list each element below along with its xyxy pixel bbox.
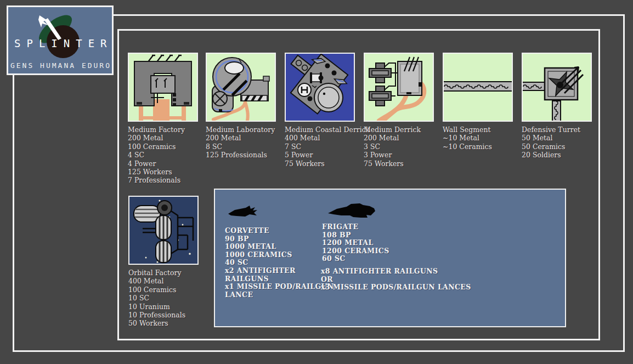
orbital-factory-card[interactable]: Orbital Factory 400 Metal 100 Ceramics 1… (128, 196, 216, 328)
wall-segment-card[interactable]: Wall Segment ~10 Metal ~10 Ceramics (443, 53, 530, 151)
ship-stat: 40 SC (225, 259, 334, 267)
building-cost: 8 SC (206, 143, 293, 151)
building-cost: 200 Metal (364, 134, 451, 142)
wall-segment-illustration (443, 53, 513, 122)
building-cost: 7 Professionals (128, 176, 216, 184)
building-info: Defensive Turret 50 Metal 50 Ceramics 20… (522, 126, 609, 160)
ship-weapon: OR (321, 276, 471, 284)
corvette-silhouette-icon (228, 205, 259, 219)
ship-stat: x2 ANTIFIGHTER (225, 267, 334, 275)
ship-stat: 1200 METAL (322, 239, 389, 247)
ship-stat: 90 BP (225, 235, 334, 243)
building-cost: 400 Metal (128, 277, 216, 285)
building-cost: 125 Professionals (206, 151, 293, 159)
logo: SPLINTER GENS HUMANA EDURO (7, 5, 114, 75)
building-info: Orbital Factory 400 Metal 100 Ceramics 1… (128, 269, 216, 328)
building-name: Medium Coastal Derrick (285, 126, 372, 134)
building-cost: 200 Metal (206, 134, 293, 142)
ship-weapon: x3 MISSILE PODS/RAILGUN LANCES (321, 283, 471, 292)
building-cost: ~10 Ceramics (443, 143, 530, 151)
building-cost: 4 SC (128, 151, 216, 159)
ship-name: FRIGATE (322, 223, 389, 231)
building-cost: 10 SC (128, 294, 216, 302)
building-cost: 100 Ceramics (128, 286, 216, 294)
building-cost: 7 SC (285, 143, 372, 151)
building-name: Wall Segment (443, 126, 530, 134)
building-name: Medium Laboratory (206, 126, 293, 134)
ship-stat: 108 BP (322, 231, 389, 240)
factory-image-icon (129, 54, 197, 121)
building-cost: 10 Professionals (128, 311, 216, 319)
frigate-info: FRIGATE 108 BP 1200 METAL 1200 CERAMICS … (322, 223, 389, 263)
building-info: Medium Laboratory 200 Metal 8 SC 125 Pro… (206, 126, 293, 160)
building-cost: 3 SC (364, 143, 451, 151)
ship-stat: 1000 METAL (225, 243, 334, 251)
building-cost: 50 Workers (128, 319, 216, 327)
ship-stat: 1000 CERAMICS (225, 251, 334, 259)
medium-factory-illustration (128, 53, 198, 122)
defensive-turret-illustration (522, 53, 592, 122)
building-info: Medium Derrick 200 Metal 3 SC 3 Power 75… (364, 126, 451, 168)
building-cost: 50 Ceramics (522, 143, 609, 151)
orbital-factory-illustration (128, 196, 199, 265)
medium-laboratory-card[interactable]: Medium Laboratory 200 Metal 8 SC 125 Pro… (206, 53, 293, 160)
medium-derrick-card[interactable]: Medium Derrick 200 Metal 3 SC 3 Power 75… (364, 53, 451, 168)
building-name: Orbital Factory (128, 269, 216, 277)
medium-laboratory-illustration (206, 53, 276, 122)
building-cost: ~10 Metal (443, 134, 530, 142)
laboratory-image-icon (207, 54, 275, 121)
ship-stat: RAILGUNS (225, 275, 334, 283)
coastal-derrick-image-icon (286, 54, 354, 121)
building-cost: 20 Soldiers (522, 151, 609, 159)
medium-factory-card[interactable]: Medium Factory 200 Metal 100 Ceramics 4 … (128, 53, 216, 185)
logo-title: SPLINTER (8, 37, 112, 49)
building-cost: 75 Workers (285, 160, 372, 168)
corvette-info: CORVETTE 90 BP 1000 METAL 1000 CERAMICS … (225, 227, 334, 299)
ship-stat: 1200 CERAMICS (322, 247, 389, 255)
building-cost: 50 Metal (522, 134, 609, 142)
building-cost: 400 Metal (285, 134, 372, 142)
building-info: Medium Coastal Derrick 400 Metal 7 SC 5 … (285, 126, 372, 168)
frigate-weapons: x8 ANTIFIGHTER RAILGUNS OR x3 MISSILE PO… (321, 268, 471, 292)
building-cost: 3 Power (364, 151, 451, 159)
frigate-silhouette-icon (328, 203, 376, 219)
orbital-image-icon (129, 197, 197, 264)
medium-coastal-derrick-card[interactable]: Medium Coastal Derrick 400 Metal 7 SC 5 … (285, 53, 372, 168)
building-cost: 4 Power (128, 160, 216, 168)
building-name: Medium Derrick (364, 126, 451, 134)
turret-image-icon (523, 54, 591, 121)
ship-stat: x1 MISSILE POD/RAILGUN (225, 283, 334, 291)
building-cost: 125 Workers (128, 168, 216, 176)
defensive-turret-card[interactable]: Defensive Turret 50 Metal 50 Ceramics 20… (522, 53, 609, 160)
building-cost: 200 Metal (128, 134, 216, 142)
building-name: Defensive Turret (522, 126, 609, 134)
building-cost: 100 Ceramics (128, 143, 216, 151)
page: SPLINTER GENS HUMANA EDURO (0, 0, 633, 364)
derrick-image-icon (365, 54, 433, 121)
ship-stat: 60 SC (322, 255, 389, 263)
medium-coastal-derrick-illustration (285, 53, 355, 122)
medium-derrick-illustration (364, 53, 434, 122)
building-cost: 10 Uranium (128, 303, 216, 311)
building-info: Wall Segment ~10 Metal ~10 Ceramics (443, 126, 530, 151)
building-info: Medium Factory 200 Metal 100 Ceramics 4 … (128, 126, 216, 185)
building-cost: 75 Workers (364, 160, 451, 168)
ship-name: CORVETTE (225, 227, 334, 235)
building-cost: 5 Power (285, 151, 372, 159)
ship-stat: LANCE (225, 291, 334, 299)
ship-weapon: x8 ANTIFIGHTER RAILGUNS (321, 268, 471, 276)
wall-image-icon (444, 54, 512, 121)
logo-subtitle: GENS HUMANA EDURO (8, 61, 112, 70)
ships-panel: CORVETTE 90 BP 1000 METAL 1000 CERAMICS … (214, 189, 566, 327)
building-name: Medium Factory (128, 126, 216, 134)
